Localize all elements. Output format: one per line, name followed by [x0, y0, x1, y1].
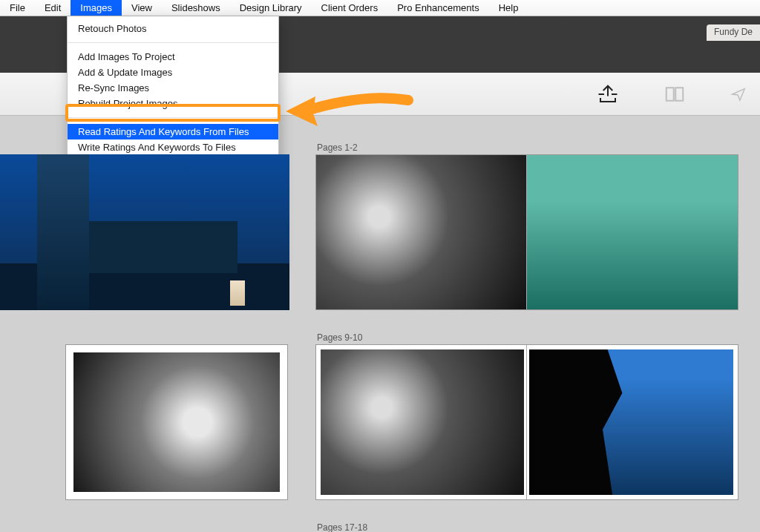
menu-help[interactable]: Help — [489, 0, 528, 16]
menubar: File Edit Images View Slideshows Design … — [0, 0, 760, 16]
brand-tab: Fundy De — [707, 24, 760, 41]
spread-caption: Pages 1-2 — [317, 142, 358, 153]
menu-item-rebuild-project-images[interactable]: Rebuild Project Images — [68, 96, 278, 111]
send-icon[interactable] — [730, 83, 747, 105]
spread-page-left — [316, 345, 527, 499]
menu-item-add-update-images[interactable]: Add & Update Images — [68, 65, 278, 80]
menu-item-resync-images[interactable]: Re-Sync Images — [68, 80, 278, 96]
spread-page-left — [316, 155, 527, 309]
menu-edit[interactable]: Edit — [35, 0, 71, 16]
photo-placeholder — [316, 155, 526, 309]
menu-view[interactable]: View — [122, 0, 162, 16]
spread-page-right — [527, 155, 738, 309]
spread-thumbnail[interactable] — [315, 344, 738, 500]
svg-rect-1 — [675, 88, 683, 101]
menu-item-add-images[interactable]: Add Images To Project — [68, 49, 278, 65]
spread-page-right — [527, 345, 738, 499]
photo-placeholder — [73, 352, 280, 492]
menu-pro-enhancements[interactable]: Pro Enhancements — [387, 0, 489, 16]
menu-separator — [68, 42, 278, 43]
spread-thumbnail[interactable] — [315, 154, 738, 310]
photo-placeholder — [321, 349, 524, 495]
photo-placeholder — [529, 349, 733, 495]
spread-thumbnail[interactable] — [65, 344, 288, 500]
menu-file[interactable]: File — [0, 0, 35, 16]
menu-item-retouch-photos[interactable]: Retouch Photos — [68, 21, 278, 36]
photo-placeholder — [230, 280, 245, 306]
photo-placeholder — [527, 155, 738, 309]
pages-icon[interactable] — [664, 83, 686, 105]
spread-caption: Pages 17-18 — [317, 522, 367, 532]
photo-placeholder — [529, 349, 627, 495]
svg-rect-0 — [666, 88, 674, 101]
menu-slideshows[interactable]: Slideshows — [162, 0, 230, 16]
photo-placeholder — [37, 154, 89, 310]
menu-images[interactable]: Images — [71, 0, 122, 16]
content-area: Pages 1-2 Pages 9-10 Pages 17-18 — [0, 116, 760, 532]
photo-placeholder — [89, 221, 238, 273]
export-icon[interactable] — [597, 83, 619, 105]
spread-thumbnail[interactable] — [0, 154, 289, 310]
menu-client-orders[interactable]: Client Orders — [312, 0, 388, 16]
menu-design-library[interactable]: Design Library — [230, 0, 312, 16]
spread-caption: Pages 9-10 — [317, 332, 362, 343]
